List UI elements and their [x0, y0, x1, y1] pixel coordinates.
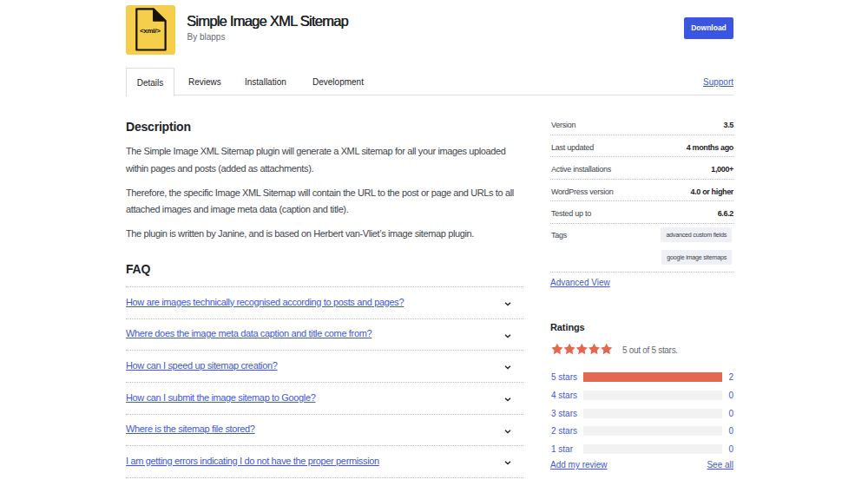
svg-text:<xml/>: <xml/> — [140, 27, 161, 35]
